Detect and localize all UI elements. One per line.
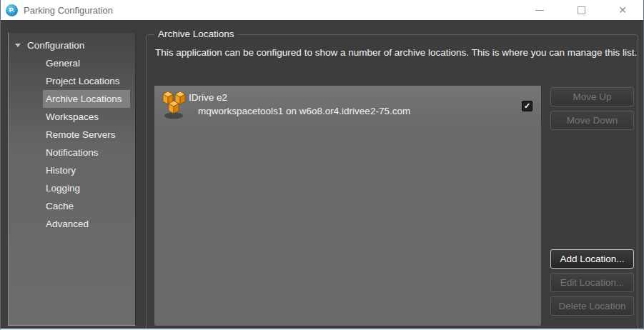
sidebar-item-workspaces[interactable]: Workspaces — [43, 108, 130, 126]
sidebar-item-project-locations[interactable]: Project Locations — [43, 72, 130, 90]
sidebar-item-cache[interactable]: Cache — [43, 197, 130, 215]
app-logo-icon: P. — [6, 4, 18, 16]
window-controls: ✕ — [519, 0, 643, 20]
minimize-button[interactable] — [519, 0, 560, 20]
add-location-button[interactable]: Add Location... — [550, 249, 634, 269]
list-item-text: IDrive e2 mqworkspacetools1 on w6o8.or4.… — [189, 92, 410, 116]
sidebar-item-logging[interactable]: Logging — [43, 179, 130, 197]
maximize-button[interactable] — [560, 0, 602, 20]
archive-location-subtitle: mqworkspacetools1 on w6o8.or4.idrivee2-7… — [198, 106, 410, 116]
window-title: Parking Configuration — [24, 5, 113, 16]
sidebar-item-archive-locations[interactable]: Archive Locations — [43, 90, 130, 108]
sidebar-item-advanced[interactable]: Advanced — [43, 215, 130, 233]
archive-locations-description: This application can be configured to sh… — [155, 45, 638, 60]
archive-location-title: IDrive e2 — [189, 92, 410, 103]
close-button[interactable]: ✕ — [602, 0, 643, 20]
edit-location-button[interactable]: Edit Location... — [550, 273, 634, 292]
archive-locations-list[interactable]: IDrive e2 mqworkspacetools1 on w6o8.or4.… — [154, 85, 542, 326]
tree-node-label: Configuration — [27, 40, 84, 51]
archive-enabled-checkbox[interactable]: ✓ — [522, 101, 532, 111]
expander-arrow-icon[interactable] — [15, 44, 21, 47]
move-down-button[interactable]: Move Down — [550, 111, 634, 130]
close-icon: ✕ — [618, 5, 627, 15]
maximize-icon — [578, 6, 585, 14]
tree-node-configuration[interactable]: Configuration — [9, 33, 135, 54]
dialog-body: Configuration General Project Locations … — [1, 20, 643, 329]
list-item-idrive-e2[interactable]: IDrive e2 mqworkspacetools1 on w6o8.or4.… — [154, 86, 541, 126]
minimize-icon — [535, 10, 544, 11]
parking-configuration-window: P. Parking Configuration ✕ Configuration… — [0, 0, 644, 330]
delete-location-button[interactable]: Delete Location — [550, 296, 634, 316]
storage-cubes-icon — [162, 90, 187, 120]
groupbox-title: Archive Locations — [154, 29, 238, 39]
move-up-button[interactable]: Move Up — [550, 87, 634, 106]
sidebar-item-history[interactable]: History — [43, 161, 130, 179]
title-bar: P. Parking Configuration ✕ — [1, 0, 643, 20]
sidebar-item-general[interactable]: General — [43, 54, 130, 72]
sidebar-item-remote-servers[interactable]: Remote Servers — [43, 126, 130, 144]
sidebar-item-notifications[interactable]: Notifications — [43, 144, 130, 161]
configuration-tree: Configuration General Project Locations … — [8, 32, 136, 326]
